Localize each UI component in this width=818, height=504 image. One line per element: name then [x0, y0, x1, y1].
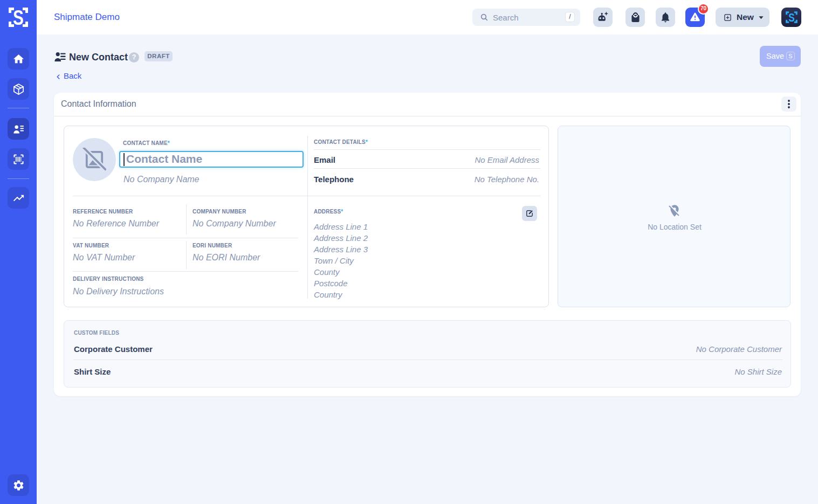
svg-text:S: S — [13, 6, 24, 28]
svg-text:S: S — [788, 11, 795, 24]
